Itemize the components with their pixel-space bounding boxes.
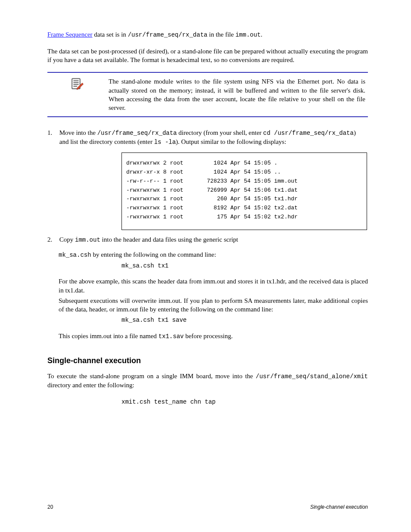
step2-l5-after: before processing. (184, 333, 233, 339)
step2-l1-code: imm.out (75, 236, 100, 243)
step-2: 2. Copy imm.out into the header and data… (47, 235, 368, 244)
step2-l1-after: into the header and data files using the… (100, 236, 238, 243)
step2-line2: mk_sa.csh by entering the following on t… (59, 250, 368, 259)
note-icon (47, 77, 109, 94)
bottom-code-path: /usr/frame_seq/stand_alone/xmit (256, 373, 368, 380)
step-2-number: 2. (47, 235, 58, 244)
step-1: 1. Move into the /usr/frame_seq/rx_data … (47, 128, 368, 146)
page-footer: 20 Single-channel execution (0, 504, 411, 510)
intro-code-file: imm.out (235, 31, 261, 38)
footer-page-number: 20 (47, 504, 53, 510)
step1-mid: directory (from your shell, enter (177, 129, 263, 136)
listing-line-4: -rwxrwxrwx 1 root 260 Apr 54 15:05 tx1.h… (126, 195, 362, 204)
step2-line3: For the above example, this scans the he… (59, 277, 368, 295)
note-text: The stand-alone module writes to the fil… (109, 77, 368, 112)
note-box: The stand-alone module writes to the fil… (47, 72, 368, 117)
step2-line5: This copies imm.out into a file named tx… (59, 332, 368, 341)
step-1-number: 1. (47, 128, 58, 137)
bottom-cmd-block: xmit.csh test_name chn tap (121, 397, 368, 408)
step1-ls: ls -la (154, 139, 176, 146)
step1-path: /usr/frame_seq/rx_data (97, 130, 177, 137)
listing-line-5: -rwxrwxrwx 1 root 8192 Apr 54 15:02 tx2.… (126, 204, 362, 213)
bottom-after: directory and enter the following: (47, 382, 134, 389)
frame-sequencer-link[interactable]: Frame Sequencer (47, 31, 93, 38)
note-rule-bottom (47, 116, 368, 117)
step2-l2-code: mk_sa.csh (59, 252, 91, 258)
step2-line4: Subsequent executions will overwrite imm… (59, 296, 368, 314)
step2-cmd2: mk_sa.csh tx1 save (121, 315, 368, 326)
paragraph-2: The data set can be post-processed (if d… (47, 47, 368, 65)
step1-before: Move into the (59, 129, 97, 136)
step2-l2-after: by entering the following on the command… (91, 251, 216, 258)
step2-cmd1-block: mk_sa.csh tx1 (121, 261, 368, 271)
intro-mid: in the file (207, 31, 235, 38)
bottom-paragraph: To execute the stand-alone program on a … (47, 372, 368, 389)
intro-tail: . (261, 31, 262, 38)
section-heading: Single-channel execution (47, 355, 368, 366)
listing-line-3: -rwxrwxrwx 1 root 726999 Apr 54 15:06 tx… (126, 186, 362, 195)
listing-line-6: -rwxrwxrwx 1 root 175 Apr 54 15:02 tx2.h… (126, 213, 362, 222)
step2-cmd1: mk_sa.csh tx1 (121, 261, 368, 271)
step2-cmd2-block: mk_sa.csh tx1 save (121, 315, 368, 326)
bottom-before: To execute the stand-alone program on a … (47, 373, 256, 380)
listing-line-1: drwxr-xr-x 8 root 1024 Apr 54 15:05 .. (126, 168, 362, 177)
listing-line-2: -rw-r--r-- 1 root 728233 Apr 54 15:05 im… (126, 177, 362, 186)
footer-section-title: Single-channel execution (310, 504, 368, 510)
step2-l5-before: This copies imm.out into a file named (59, 333, 159, 339)
directory-listing-box: drwxrwxrwx 2 root 1024 Apr 54 15:05 . dr… (121, 152, 367, 230)
step2-l5-code: tx1.sav (159, 333, 184, 340)
intro-after-link: data set is in (93, 31, 128, 38)
bottom-cmd: xmit.csh test_name chn tap (121, 397, 368, 408)
listing-line-0: drwxrwxrwx 2 root 1024 Apr 54 15:05 . (126, 159, 362, 168)
intro-paragraph: Frame Sequencer data set is in /usr/fram… (47, 30, 368, 39)
step2-l1-before: Copy (59, 236, 75, 243)
step1-end: ). Output similar to the following displ… (176, 138, 286, 145)
intro-code-path: /usr/frame_seq/rx_data (128, 31, 208, 38)
step1-cmd: cd /usr/frame_seq/rx_data (263, 130, 354, 137)
